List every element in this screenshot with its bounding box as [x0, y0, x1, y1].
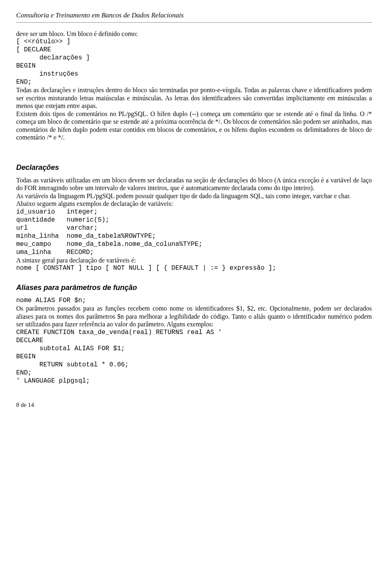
alias-para-1: Os parâmetros passados para as funções r…	[16, 305, 372, 328]
decl-para-3: Abaixo seguem alguns exemplos de declara…	[16, 200, 372, 208]
heading-declarations: Declarações	[16, 163, 372, 172]
intro-line: deve ser um bloco. Um bloco é definido c…	[16, 30, 372, 38]
code-syntax-line: nome [ CONSTANT ] tipo [ NOT NULL ] [ { …	[16, 264, 372, 272]
paragraph-terminators: Todas as declarações e instruções dentro…	[16, 86, 372, 110]
decl-para-2: As variáveis da linguagem PL/pgSQL podem…	[16, 192, 372, 200]
decl-para-4: A sintaxe geral para declaração de variá…	[16, 256, 372, 264]
decl-para-1: Todas as variáveis utilizadas em um bloc…	[16, 176, 372, 192]
heading-aliases: Aliases para parâmetros de função	[16, 283, 372, 292]
code-declarations: id_usuario integer; quantidade numeric(5…	[16, 208, 372, 256]
alias-code-2: CREATE FUNCTION taxa_de_venda(real) RETU…	[16, 328, 372, 385]
page-footer: 8 de 14	[16, 401, 372, 408]
alias-code-1: nome ALIAS FOR $n;	[16, 296, 372, 305]
paragraph-comments: Existem dois tipos de comentários no PL/…	[16, 110, 372, 142]
page-header: Consultoria e Treinamento em Bancos de D…	[16, 11, 372, 23]
code-block-structure: [ <<rótulo>> ] [ DECLARE declarações ] B…	[16, 38, 372, 86]
